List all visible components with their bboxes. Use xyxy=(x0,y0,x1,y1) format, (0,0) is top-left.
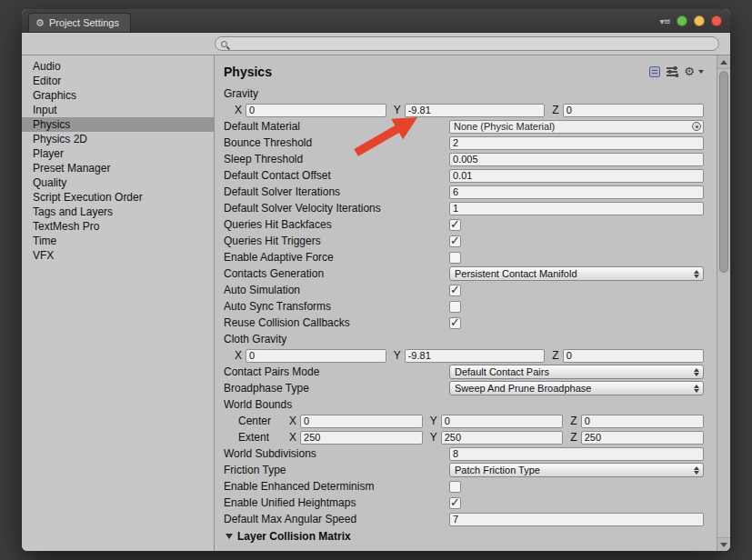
cloth-gravity-y-field[interactable] xyxy=(405,349,546,363)
object-picker-icon[interactable] xyxy=(692,122,701,131)
field-label: Broadphase Type xyxy=(224,382,449,395)
search-input[interactable] xyxy=(232,37,713,50)
field-control xyxy=(449,301,704,313)
sidebar-item-textmesh-pro[interactable]: TextMesh Pro xyxy=(22,219,214,234)
presets-icon[interactable] xyxy=(667,66,677,77)
sidebar-item-graphics[interactable]: Graphics xyxy=(22,88,214,103)
default-solver-iterations-field[interactable] xyxy=(449,185,704,199)
field-control xyxy=(449,285,704,296)
queries-hit-backfaces-checkbox[interactable] xyxy=(449,219,461,231)
cloth-gravity-x-field[interactable] xyxy=(246,349,386,363)
gravity-z-field[interactable] xyxy=(563,104,704,117)
dropdown-value: Persistent Contact Manifold xyxy=(455,268,577,279)
contact-pairs-mode-dropdown[interactable]: Default Contact Pairs xyxy=(449,365,704,379)
window-menu-icon[interactable]: ▾≡ xyxy=(660,16,670,26)
bounce-threshold-field[interactable] xyxy=(449,136,704,150)
field-label: Gravity xyxy=(224,87,449,100)
world-bounds-extent-z-field[interactable] xyxy=(581,431,704,445)
sidebar-item-vfx[interactable]: VFX xyxy=(22,248,214,263)
world-bounds-center-x-field[interactable] xyxy=(300,415,423,428)
search-box[interactable] xyxy=(215,36,719,51)
sidebar-item-label: Graphics xyxy=(33,89,76,102)
default-material-object-field[interactable]: None (Physic Material) xyxy=(449,120,704,134)
dropdown-arrows-icon xyxy=(694,270,699,278)
project-settings-window: ⚙ Project Settings ▾≡ AudioEditorGraphic… xyxy=(22,9,730,551)
sidebar-item-input[interactable]: Input xyxy=(22,103,214,117)
field-label: Queries Hit Triggers xyxy=(224,235,449,247)
dropdown-arrows-icon xyxy=(694,466,699,475)
default-contact-offset-field[interactable] xyxy=(449,169,704,183)
field-label: Default Contact Offset xyxy=(224,169,449,182)
gravity-x-field[interactable] xyxy=(246,104,386,117)
reuse-collision-callbacks-checkbox[interactable] xyxy=(449,317,461,329)
sidebar-item-tags-and-layers[interactable]: Tags and Layers xyxy=(22,205,214,219)
auto-sync-transforms-row: Auto Sync Transforms xyxy=(224,298,704,315)
inspector-doc-icon[interactable] xyxy=(649,66,660,77)
queries-hit-triggers-checkbox[interactable] xyxy=(449,235,461,247)
sidebar-item-label: VFX xyxy=(33,249,54,262)
axis-label: Z xyxy=(570,431,577,444)
sidebar-item-time[interactable]: Time xyxy=(22,234,214,248)
physics-settings-content: Physics ⚙ GravityXYZDefault MaterialNone… xyxy=(215,55,717,551)
traffic-light-green[interactable] xyxy=(677,15,687,26)
sidebar-item-player[interactable]: Player xyxy=(22,146,214,161)
vertical-scrollbar[interactable] xyxy=(717,55,730,551)
sidebar-item-quality[interactable]: Quality xyxy=(22,175,214,190)
sleep-threshold-field[interactable] xyxy=(449,153,704,166)
field-control xyxy=(449,447,704,461)
gear-dropdown-caret-icon xyxy=(698,70,704,74)
cloth-gravity-z-field[interactable] xyxy=(563,349,704,363)
dropdown-value: Patch Friction Type xyxy=(455,465,540,475)
default-max-angular-speed-field[interactable] xyxy=(449,513,704,526)
enable-adaptive-force-checkbox[interactable] xyxy=(449,252,461,264)
axis-group: Z xyxy=(570,415,704,428)
sidebar-item-audio[interactable]: Audio xyxy=(22,59,214,74)
scrollbar-thumb[interactable] xyxy=(719,71,728,273)
axis-label: Y xyxy=(430,431,437,444)
sidebar-item-script-execution-order[interactable]: Script Execution Order xyxy=(22,190,214,205)
sidebar-item-editor[interactable]: Editor xyxy=(22,74,214,88)
gear-icon[interactable]: ⚙ xyxy=(684,66,695,77)
default-solver-velocity-iterations-field[interactable] xyxy=(449,202,704,215)
layer-collision-matrix-foldout[interactable]: Layer Collision Matrix xyxy=(224,528,704,545)
traffic-light-yellow[interactable] xyxy=(694,15,705,26)
world-bounds-extent-y-field[interactable] xyxy=(441,431,564,445)
desktop: { "window": { "title": "Project Settings… xyxy=(0,0,752,560)
sidebar-item-label: Quality xyxy=(33,176,66,189)
traffic-light-red[interactable] xyxy=(711,15,722,26)
world-subdivisions-field[interactable] xyxy=(449,447,704,461)
axis-group: Y xyxy=(430,415,564,428)
enable-unified-heightmaps-row: Enable Unified Heightmaps xyxy=(224,495,704,511)
sidebar-item-label: Time xyxy=(33,235,56,247)
auto-simulation-checkbox[interactable] xyxy=(449,285,461,296)
sidebar-item-preset-manager[interactable]: Preset Manager xyxy=(22,161,214,175)
enable-enhanced-determinism-checkbox[interactable] xyxy=(449,481,461,493)
contacts-generation-dropdown[interactable]: Persistent Contact Manifold xyxy=(449,266,704,281)
field-label: Enable Enhanced Determinism xyxy=(224,480,449,493)
sidebar-item-physics[interactable]: Physics xyxy=(22,117,214,132)
sidebar-item-physics-2d[interactable]: Physics 2D xyxy=(22,132,214,146)
sidebar-item-label: Preset Manager xyxy=(33,162,110,175)
broadphase-type-dropdown[interactable]: Sweep And Prune Broadphase xyxy=(449,381,704,395)
dropdown-value: Sweep And Prune Broadphase xyxy=(455,383,591,394)
field-control: Sweep And Prune Broadphase xyxy=(449,381,704,395)
reuse-collision-callbacks-row: Reuse Collision Callbacks xyxy=(224,315,704,331)
gravity-y-field[interactable] xyxy=(405,104,546,117)
axis-label: X xyxy=(289,431,296,444)
sidebar-item-label: Audio xyxy=(33,60,61,73)
window-tab-project-settings[interactable]: ⚙ Project Settings xyxy=(28,13,131,32)
scroll-down-button[interactable] xyxy=(717,537,730,551)
field-label: Sleep Threshold xyxy=(224,153,449,165)
auto-sync-transforms-checkbox[interactable] xyxy=(449,301,461,313)
scroll-up-button[interactable] xyxy=(717,55,730,69)
world-bounds-center-y-field[interactable] xyxy=(441,415,564,428)
field-label: Bounce Threshold xyxy=(224,136,449,149)
field-control: Default Contact Pairs xyxy=(449,365,704,379)
default-material-row: Default MaterialNone (Physic Material) xyxy=(224,118,704,135)
field-control xyxy=(449,169,704,183)
friction-type-dropdown[interactable]: Patch Friction Type xyxy=(449,463,704,477)
enable-unified-heightmaps-checkbox[interactable] xyxy=(449,497,461,509)
world-bounds-center-z-field[interactable] xyxy=(581,415,704,428)
world-bounds-extent-x-field[interactable] xyxy=(300,431,423,445)
field-label: Contacts Generation xyxy=(224,267,449,280)
